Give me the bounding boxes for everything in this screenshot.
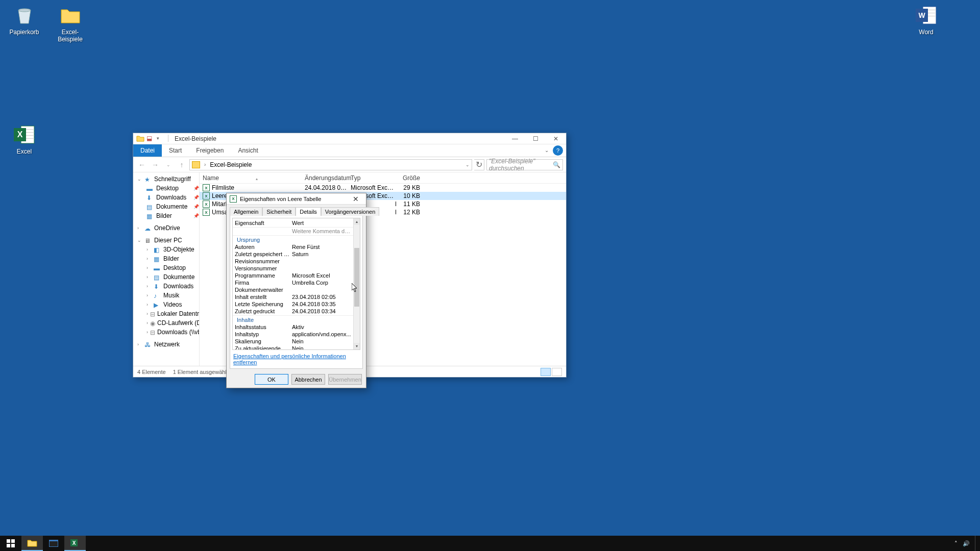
- start-button[interactable]: [0, 536, 21, 551]
- maximize-button[interactable]: ☐: [525, 133, 546, 144]
- ribbon-tab-view[interactable]: Ansicht: [231, 144, 265, 157]
- tab-security[interactable]: Sicherheit: [262, 207, 296, 216]
- nav-back-button[interactable]: ←: [136, 159, 148, 170]
- excel-icon: X: [12, 122, 37, 147]
- tab-previous-versions[interactable]: Vorgängerversionen: [321, 207, 379, 216]
- scrollbar[interactable]: ▴ ▾: [353, 218, 360, 349]
- show-desktop-button[interactable]: [975, 536, 978, 551]
- file-list-header[interactable]: Name▴ Änderungsdatum Typ Größe: [200, 172, 566, 184]
- detail-list-body[interactable]: Weitere Kommenta de ... Ursprung Autoren…: [233, 228, 353, 349]
- column-property[interactable]: Eigenschaft: [233, 220, 290, 226]
- close-button[interactable]: ✕: [546, 133, 566, 144]
- column-type[interactable]: Typ: [348, 174, 396, 182]
- qat-icon[interactable]: ⬓: [146, 135, 155, 143]
- detail-row[interactable]: Inhaltstypapplication/vnd.openx...: [233, 331, 353, 338]
- nav-item-music[interactable]: ›♪Musik: [142, 291, 199, 300]
- scroll-thumb[interactable]: [354, 248, 359, 307]
- view-large-button[interactable]: [552, 368, 562, 376]
- ribbon-tab-start[interactable]: Start: [162, 144, 189, 157]
- tray-chevron-icon[interactable]: ˄: [954, 540, 958, 547]
- view-details-button[interactable]: [541, 368, 551, 376]
- search-placeholder: "Excel-Beispiele" durchsuchen: [489, 158, 560, 172]
- scroll-up-button[interactable]: ▴: [354, 218, 360, 225]
- taskbar-excel[interactable]: X: [64, 536, 86, 551]
- search-icon[interactable]: 🔍: [553, 161, 560, 168]
- desktop-icon-folder[interactable]: Excel-Beispiele: [51, 3, 89, 43]
- nav-up-button[interactable]: ↑: [176, 159, 187, 170]
- pictures-icon: ▦: [154, 256, 161, 262]
- nav-forward-button[interactable]: →: [150, 159, 161, 170]
- tab-general[interactable]: Allgemein: [230, 207, 262, 216]
- detail-row[interactable]: Revisionsnummer: [233, 258, 353, 265]
- scroll-down-button[interactable]: ▾: [354, 343, 360, 349]
- recycle-bin-icon: [12, 3, 37, 28]
- tab-details[interactable]: Details: [296, 207, 321, 216]
- detail-row[interactable]: SkalierungNein: [233, 338, 353, 345]
- nav-item-3d[interactable]: ›◧3D-Objekte: [142, 245, 199, 254]
- desktop-icon-word[interactable]: W Word: [907, 3, 945, 36]
- breadcrumb[interactable]: › Excel-Beispiele ⌄: [189, 159, 472, 170]
- detail-row[interactable]: Letzte Speicherung24.04.2018 03:35: [233, 300, 353, 308]
- column-size[interactable]: Größe: [396, 174, 424, 182]
- ribbon-tab-share[interactable]: Freigeben: [189, 144, 231, 157]
- nav-quick-access[interactable]: ⌄★Schnellzugriff: [133, 174, 199, 184]
- column-name[interactable]: Name▴: [200, 174, 302, 182]
- pc-icon: 🖥: [144, 237, 152, 244]
- detail-row[interactable]: Zuletzt gespeichert vonSaturn: [233, 251, 353, 258]
- explorer-titlebar[interactable]: ⬓ ▾ Excel-Beispiele — ☐ ✕: [133, 133, 566, 144]
- help-button[interactable]: ?: [553, 145, 563, 156]
- properties-titlebar[interactable]: X Eigenschaften von Leere Tabelle ✕: [227, 193, 366, 205]
- column-date[interactable]: Änderungsdatum: [302, 174, 348, 182]
- nav-item-documents2[interactable]: ›▤Dokumente: [142, 272, 199, 282]
- ok-button[interactable]: OK: [255, 374, 288, 385]
- tray-volume-icon[interactable]: 🔊: [963, 540, 970, 547]
- nav-item-desktop2[interactable]: ›▬Desktop: [142, 263, 199, 272]
- nav-network[interactable]: ›🖧Netzwerk: [133, 340, 199, 349]
- minimize-button[interactable]: —: [505, 133, 525, 144]
- chevron-right-icon[interactable]: ›: [203, 162, 207, 167]
- taskbar-app[interactable]: [43, 536, 64, 551]
- nav-item-downloads2[interactable]: ›⬇Downloads: [142, 282, 199, 291]
- ribbon-expand-icon[interactable]: ⌄: [545, 147, 549, 157]
- desktop-icon-excel[interactable]: X Excel: [5, 122, 43, 155]
- detail-row[interactable]: Inhalt erstellt23.04.2018 02:05: [233, 293, 353, 300]
- nav-item-localdisk[interactable]: ›⊟Lokaler Datenträger: [142, 309, 199, 318]
- nav-onedrive[interactable]: ›☁OneDrive: [133, 223, 199, 233]
- column-value[interactable]: Wert: [290, 220, 360, 226]
- nav-item-pictures[interactable]: ▦Bilder📌: [142, 211, 199, 220]
- detail-row[interactable]: Zuletzt gedruckt24.04.2018 03:34: [233, 308, 353, 315]
- refresh-button[interactable]: ↻: [474, 159, 484, 170]
- close-button[interactable]: ✕: [349, 194, 363, 204]
- breadcrumb-dropdown-icon[interactable]: ⌄: [463, 162, 470, 167]
- search-input[interactable]: "Excel-Beispiele" durchsuchen 🔍: [486, 159, 563, 170]
- apply-button[interactable]: Übernehmen: [328, 374, 362, 385]
- nav-item-downloads[interactable]: ⬇Downloads📌: [142, 193, 199, 202]
- nav-item-desktop[interactable]: ▬Desktop📌: [142, 184, 199, 193]
- breadcrumb-segment[interactable]: Excel-Beispiele: [210, 161, 252, 168]
- file-row[interactable]: XFilmliste 24.04.2018 03:17 Microsoft Ex…: [200, 184, 566, 192]
- taskbar-explorer[interactable]: [21, 536, 43, 551]
- ribbon-tab-file[interactable]: Datei: [133, 144, 162, 157]
- detail-row[interactable]: Zu aktualisierende Verknüp...Nein: [233, 345, 353, 349]
- nav-item-pictures2[interactable]: ›▦Bilder: [142, 254, 199, 263]
- cancel-button[interactable]: Abbrechen: [291, 374, 325, 385]
- detail-row[interactable]: AutorenRene Fürst: [233, 243, 353, 251]
- nav-item-documents[interactable]: ▤Dokumente📌: [142, 202, 199, 211]
- detail-row[interactable]: FirmaUmbrella Corp: [233, 279, 353, 286]
- remove-properties-link[interactable]: Eigenschaften und persönliche Informatio…: [232, 350, 360, 366]
- detail-row[interactable]: InhaltsstatusAktiv: [233, 323, 353, 331]
- detail-row[interactable]: Versionsnummer: [233, 265, 353, 272]
- nav-item-videos[interactable]: ›▶Videos: [142, 300, 199, 309]
- nav-this-pc[interactable]: ⌄🖥Dieser PC: [133, 236, 199, 245]
- nav-item-cddrive[interactable]: ›◉CD-Laufwerk (D:) Vi: [142, 318, 199, 328]
- status-item-count: 4 Elemente: [137, 369, 166, 375]
- nav-recent-button[interactable]: ⌄: [163, 159, 174, 170]
- detail-row[interactable]: Dokumentverwalter: [233, 286, 353, 293]
- detail-row[interactable]: ProgrammnameMicrosoft Excel: [233, 272, 353, 279]
- qat-dropdown-icon[interactable]: ▾: [157, 135, 165, 143]
- nav-item-netdrive[interactable]: ›⊟Downloads (\\vbox: [142, 328, 199, 337]
- pictures-icon: ▦: [146, 213, 154, 219]
- detail-list-header[interactable]: Eigenschaft Wert: [233, 218, 360, 228]
- detail-row[interactable]: Weitere Kommenta de ...: [233, 228, 353, 235]
- desktop-icon-recycle-bin[interactable]: Papierkorb: [5, 3, 43, 36]
